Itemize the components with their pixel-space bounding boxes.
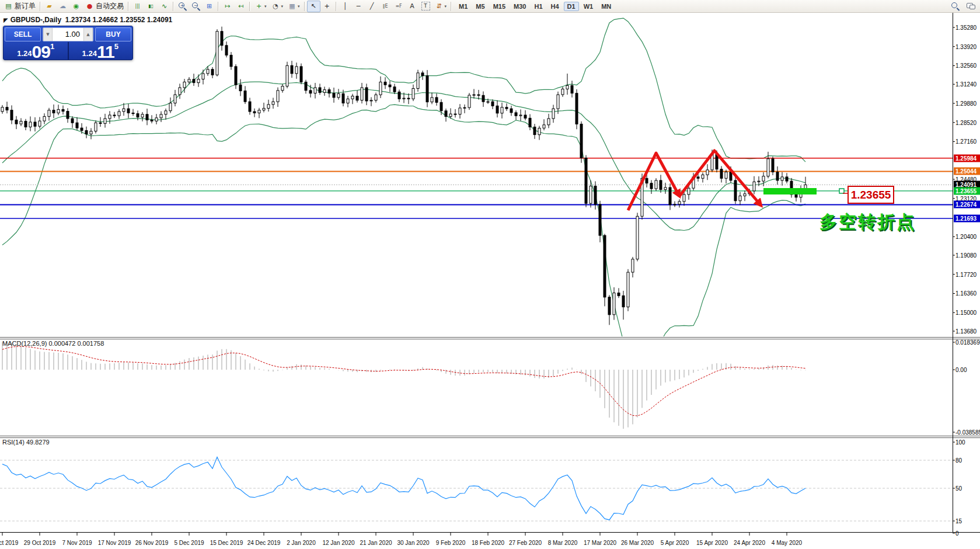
candle [272,98,274,109]
text-label-button[interactable]: T [419,1,433,12]
history-center-button[interactable]: ▰ [43,1,56,12]
new-order-icon: ▤ [4,2,13,11]
candle [281,84,284,93]
bid-ask-row: 1.24091 1.24115 [5,42,131,60]
toolbar-separator [304,2,305,11]
candle [445,109,447,121]
timeframe-bar: M1M5M15M30H1H4D1W1MN [455,2,615,11]
candle [566,74,569,95]
buy-price-big: 11 [97,44,114,59]
sell-button[interactable]: SELL [5,27,41,41]
chevron-down-icon[interactable]: ▾ [281,4,284,9]
volume-decrease-button[interactable]: ▼ [43,28,53,41]
bar-chart-button[interactable]: ||| [131,1,144,12]
publish-cloud-button[interactable]: ☁ [56,1,69,12]
price-divider [68,42,69,60]
autotrade-icon: ● [85,2,94,11]
chart-title: ◤GBPUSD-,Daily 1.23734 1.24662 1.23552 1… [4,16,172,24]
candle [706,164,709,180]
trendline-button[interactable]: ╱ [365,1,379,12]
candle [650,180,653,194]
candle [632,257,634,277]
volume-stepper[interactable]: ▼ 1.00 ▲ [43,27,93,41]
candle [613,287,615,320]
search-icon[interactable] [951,2,960,11]
chevron-down-icon[interactable]: ▾ [445,4,447,9]
candle [772,157,774,175]
sell-price[interactable]: 1.24091 [5,42,67,60]
chevron-down-icon[interactable]: ▾ [264,4,267,9]
arrows-button[interactable]: ⇵▾ [433,1,449,12]
zoom-out-button[interactable]: − [189,1,203,12]
candle [519,109,522,121]
candle [370,97,372,106]
chart-shift-button[interactable]: ↤ [234,1,247,12]
candle [524,110,526,120]
timeframe-m1[interactable]: M1 [455,2,471,11]
candle [604,234,606,306]
candle [398,89,400,102]
periods-clock-button[interactable]: ◔▾ [269,1,286,12]
buy-button[interactable]: BUY [95,27,131,41]
autotrade-label: 自动交易 [96,1,124,11]
candle [585,155,587,207]
text-icon: A [408,2,417,11]
timeframe-h1[interactable]: H1 [531,2,546,11]
candle [379,77,382,98]
profiles-button[interactable]: ▦▾ [285,1,302,12]
text-button[interactable]: A [406,1,419,12]
new-chart-button[interactable]: +▾ [252,1,269,12]
candle [505,103,508,111]
chevron-down-icon[interactable]: ▾ [298,4,300,9]
buy-price-main: 1.24 [82,49,97,59]
timeframe-mn[interactable]: MN [598,2,615,11]
timeframe-h4[interactable]: H4 [547,2,563,11]
candlestick-chart-button[interactable]: ▮▯ [144,1,158,12]
timeframe-w1[interactable]: W1 [580,2,597,11]
fibonacci-button[interactable]: ≡F [392,1,406,12]
timeframe-m5[interactable]: M5 [472,2,488,11]
order-controls-row: SELL ▼ 1.00 ▲ BUY [5,27,131,41]
trendline-endpoint-handle[interactable] [839,189,844,193]
buy-price-pip: 5 [114,42,118,51]
candle [435,93,438,106]
candle [655,178,657,191]
buy-price[interactable]: 1.24115 [69,42,132,60]
equidistant-channel-button[interactable]: ∥E [379,1,392,12]
signal-button[interactable]: ◉ [69,1,83,12]
zoom-in-button[interactable]: + [176,1,189,12]
horizontal-line-icon: ─ [354,2,363,11]
candle [244,86,246,104]
support-highlight-bar[interactable] [763,188,817,194]
autotrade-button[interactable]: ●自动交易 [83,1,126,12]
volume-increase-button[interactable]: ▲ [83,28,93,41]
candle [417,70,419,92]
candle [389,81,391,92]
new-order-label: 新订单 [15,1,36,11]
new-order-button[interactable]: ▤新订单 [2,1,38,12]
candle [538,126,540,140]
candle [141,112,144,121]
tile-windows-button[interactable]: ⊞ [203,1,216,12]
candle [468,93,470,110]
volume-value[interactable]: 1.00 [53,28,83,41]
toolbar-separator [173,2,174,11]
timeframe-m15[interactable]: M15 [490,2,509,11]
timeframe-m30[interactable]: M30 [510,2,529,11]
horizontal-line-button[interactable]: ─ [352,1,365,12]
crosshair-button[interactable]: + [320,1,334,12]
zigzag-arrow-1[interactable] [628,153,679,210]
line-chart-button[interactable]: ∿ [158,1,171,12]
main-chart-panel [0,18,953,360]
cursor-button[interactable]: ↖ [307,1,320,12]
candle [328,88,330,98]
auto-scroll-button[interactable]: ↦ [221,1,234,12]
candle [412,85,414,101]
turning-point-annotation: 多空转折点 [819,210,916,234]
candle [529,114,531,131]
price-callout[interactable]: 1.23655 [848,186,894,204]
candle [221,27,223,51]
chat-icon[interactable] [967,2,975,11]
timeframe-d1[interactable]: D1 [564,2,579,11]
vertical-line-button[interactable]: │ [339,1,352,12]
